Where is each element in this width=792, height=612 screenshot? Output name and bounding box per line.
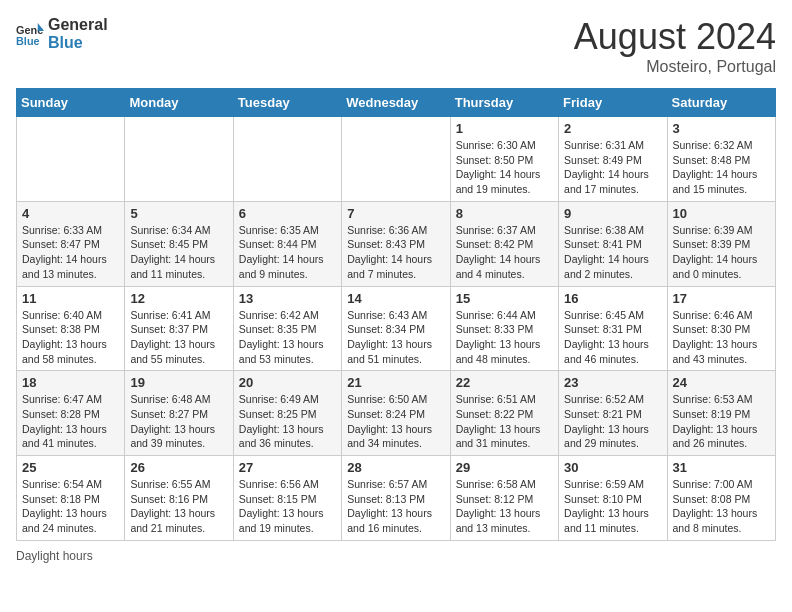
- day-number: 24: [673, 375, 770, 390]
- calendar-cell: 27Sunrise: 6:56 AM Sunset: 8:15 PM Dayli…: [233, 456, 341, 541]
- calendar-day-header: Tuesday: [233, 89, 341, 117]
- calendar-cell: 19Sunrise: 6:48 AM Sunset: 8:27 PM Dayli…: [125, 371, 233, 456]
- day-number: 1: [456, 121, 553, 136]
- calendar-day-header: Saturday: [667, 89, 775, 117]
- calendar-cell: 10Sunrise: 6:39 AM Sunset: 8:39 PM Dayli…: [667, 201, 775, 286]
- calendar-cell: 23Sunrise: 6:52 AM Sunset: 8:21 PM Dayli…: [559, 371, 667, 456]
- calendar-cell: 8Sunrise: 6:37 AM Sunset: 8:42 PM Daylig…: [450, 201, 558, 286]
- day-info: Sunrise: 6:54 AM Sunset: 8:18 PM Dayligh…: [22, 477, 119, 536]
- calendar-cell: [17, 117, 125, 202]
- day-number: 6: [239, 206, 336, 221]
- day-number: 16: [564, 291, 661, 306]
- day-number: 8: [456, 206, 553, 221]
- day-info: Sunrise: 6:57 AM Sunset: 8:13 PM Dayligh…: [347, 477, 444, 536]
- calendar-cell: 17Sunrise: 6:46 AM Sunset: 8:30 PM Dayli…: [667, 286, 775, 371]
- day-number: 15: [456, 291, 553, 306]
- calendar-cell: [342, 117, 450, 202]
- day-info: Sunrise: 6:41 AM Sunset: 8:37 PM Dayligh…: [130, 308, 227, 367]
- day-number: 22: [456, 375, 553, 390]
- day-info: Sunrise: 6:38 AM Sunset: 8:41 PM Dayligh…: [564, 223, 661, 282]
- calendar-cell: 14Sunrise: 6:43 AM Sunset: 8:34 PM Dayli…: [342, 286, 450, 371]
- location-subtitle: Mosteiro, Portugal: [574, 58, 776, 76]
- day-number: 26: [130, 460, 227, 475]
- calendar-cell: 26Sunrise: 6:55 AM Sunset: 8:16 PM Dayli…: [125, 456, 233, 541]
- calendar-week-row: 11Sunrise: 6:40 AM Sunset: 8:38 PM Dayli…: [17, 286, 776, 371]
- calendar-cell: 2Sunrise: 6:31 AM Sunset: 8:49 PM Daylig…: [559, 117, 667, 202]
- title-block: August 2024 Mosteiro, Portugal: [574, 16, 776, 76]
- day-info: Sunrise: 6:58 AM Sunset: 8:12 PM Dayligh…: [456, 477, 553, 536]
- day-number: 14: [347, 291, 444, 306]
- day-number: 18: [22, 375, 119, 390]
- logo: General Blue General Blue: [16, 16, 108, 51]
- day-number: 17: [673, 291, 770, 306]
- calendar-week-row: 25Sunrise: 6:54 AM Sunset: 8:18 PM Dayli…: [17, 456, 776, 541]
- day-info: Sunrise: 6:34 AM Sunset: 8:45 PM Dayligh…: [130, 223, 227, 282]
- day-number: 29: [456, 460, 553, 475]
- day-number: 5: [130, 206, 227, 221]
- calendar-cell: 1Sunrise: 6:30 AM Sunset: 8:50 PM Daylig…: [450, 117, 558, 202]
- day-info: Sunrise: 6:46 AM Sunset: 8:30 PM Dayligh…: [673, 308, 770, 367]
- day-number: 12: [130, 291, 227, 306]
- day-number: 23: [564, 375, 661, 390]
- calendar-cell: [125, 117, 233, 202]
- day-info: Sunrise: 6:48 AM Sunset: 8:27 PM Dayligh…: [130, 392, 227, 451]
- day-number: 10: [673, 206, 770, 221]
- day-info: Sunrise: 6:31 AM Sunset: 8:49 PM Dayligh…: [564, 138, 661, 197]
- month-year-title: August 2024: [574, 16, 776, 58]
- day-info: Sunrise: 6:51 AM Sunset: 8:22 PM Dayligh…: [456, 392, 553, 451]
- calendar-week-row: 4Sunrise: 6:33 AM Sunset: 8:47 PM Daylig…: [17, 201, 776, 286]
- calendar-cell: 30Sunrise: 6:59 AM Sunset: 8:10 PM Dayli…: [559, 456, 667, 541]
- day-number: 19: [130, 375, 227, 390]
- day-info: Sunrise: 6:47 AM Sunset: 8:28 PM Dayligh…: [22, 392, 119, 451]
- day-number: 11: [22, 291, 119, 306]
- calendar-cell: 13Sunrise: 6:42 AM Sunset: 8:35 PM Dayli…: [233, 286, 341, 371]
- day-number: 30: [564, 460, 661, 475]
- calendar-day-header: Wednesday: [342, 89, 450, 117]
- logo-icon: General Blue: [16, 20, 44, 48]
- day-number: 13: [239, 291, 336, 306]
- day-info: Sunrise: 6:49 AM Sunset: 8:25 PM Dayligh…: [239, 392, 336, 451]
- day-info: Sunrise: 6:55 AM Sunset: 8:16 PM Dayligh…: [130, 477, 227, 536]
- calendar-cell: 4Sunrise: 6:33 AM Sunset: 8:47 PM Daylig…: [17, 201, 125, 286]
- logo-line2: Blue: [48, 34, 108, 52]
- calendar-cell: 9Sunrise: 6:38 AM Sunset: 8:41 PM Daylig…: [559, 201, 667, 286]
- calendar-cell: 15Sunrise: 6:44 AM Sunset: 8:33 PM Dayli…: [450, 286, 558, 371]
- calendar-cell: 21Sunrise: 6:50 AM Sunset: 8:24 PM Dayli…: [342, 371, 450, 456]
- calendar-cell: 3Sunrise: 6:32 AM Sunset: 8:48 PM Daylig…: [667, 117, 775, 202]
- calendar-header-row: SundayMondayTuesdayWednesdayThursdayFrid…: [17, 89, 776, 117]
- day-info: Sunrise: 6:50 AM Sunset: 8:24 PM Dayligh…: [347, 392, 444, 451]
- calendar-cell: 20Sunrise: 6:49 AM Sunset: 8:25 PM Dayli…: [233, 371, 341, 456]
- calendar-cell: 24Sunrise: 6:53 AM Sunset: 8:19 PM Dayli…: [667, 371, 775, 456]
- calendar-cell: 18Sunrise: 6:47 AM Sunset: 8:28 PM Dayli…: [17, 371, 125, 456]
- calendar-week-row: 1Sunrise: 6:30 AM Sunset: 8:50 PM Daylig…: [17, 117, 776, 202]
- day-info: Sunrise: 6:45 AM Sunset: 8:31 PM Dayligh…: [564, 308, 661, 367]
- day-info: Sunrise: 6:53 AM Sunset: 8:19 PM Dayligh…: [673, 392, 770, 451]
- day-number: 21: [347, 375, 444, 390]
- svg-text:Blue: Blue: [16, 34, 40, 46]
- calendar-cell: 12Sunrise: 6:41 AM Sunset: 8:37 PM Dayli…: [125, 286, 233, 371]
- day-number: 2: [564, 121, 661, 136]
- calendar-cell: 22Sunrise: 6:51 AM Sunset: 8:22 PM Dayli…: [450, 371, 558, 456]
- calendar-week-row: 18Sunrise: 6:47 AM Sunset: 8:28 PM Dayli…: [17, 371, 776, 456]
- calendar-cell: 31Sunrise: 7:00 AM Sunset: 8:08 PM Dayli…: [667, 456, 775, 541]
- day-info: Sunrise: 6:44 AM Sunset: 8:33 PM Dayligh…: [456, 308, 553, 367]
- day-number: 27: [239, 460, 336, 475]
- calendar-cell: 7Sunrise: 6:36 AM Sunset: 8:43 PM Daylig…: [342, 201, 450, 286]
- day-info: Sunrise: 6:59 AM Sunset: 8:10 PM Dayligh…: [564, 477, 661, 536]
- calendar-day-header: Thursday: [450, 89, 558, 117]
- day-info: Sunrise: 6:40 AM Sunset: 8:38 PM Dayligh…: [22, 308, 119, 367]
- day-info: Sunrise: 6:30 AM Sunset: 8:50 PM Dayligh…: [456, 138, 553, 197]
- day-number: 20: [239, 375, 336, 390]
- day-info: Sunrise: 6:33 AM Sunset: 8:47 PM Dayligh…: [22, 223, 119, 282]
- calendar-cell: 29Sunrise: 6:58 AM Sunset: 8:12 PM Dayli…: [450, 456, 558, 541]
- day-number: 3: [673, 121, 770, 136]
- day-info: Sunrise: 6:39 AM Sunset: 8:39 PM Dayligh…: [673, 223, 770, 282]
- calendar-cell: [233, 117, 341, 202]
- page-header: General Blue General Blue August 2024 Mo…: [16, 16, 776, 76]
- day-info: Sunrise: 6:43 AM Sunset: 8:34 PM Dayligh…: [347, 308, 444, 367]
- day-number: 7: [347, 206, 444, 221]
- calendar-day-header: Monday: [125, 89, 233, 117]
- day-number: 9: [564, 206, 661, 221]
- calendar-cell: 11Sunrise: 6:40 AM Sunset: 8:38 PM Dayli…: [17, 286, 125, 371]
- calendar-cell: 25Sunrise: 6:54 AM Sunset: 8:18 PM Dayli…: [17, 456, 125, 541]
